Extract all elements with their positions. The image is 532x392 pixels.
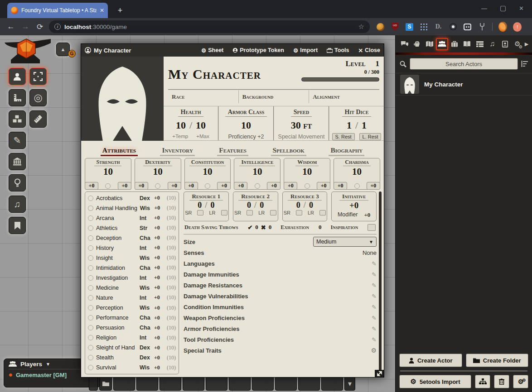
long-rest-checkbox[interactable] [270,210,276,215]
url-bar[interactable]: i localhost:30000/game ☆ [49,20,370,33]
bookmark-star-icon[interactable]: ☆ [358,23,364,31]
edit-icon[interactable]: ✎ [372,325,377,332]
sidebar-tab-compendium[interactable] [499,38,511,50]
sidebar-tab-settings[interactable]: ⚙⚙ [511,38,523,50]
skill-row[interactable]: Performance Cha +0 (10) [88,313,176,323]
initiative-modifier-value[interactable]: +0 [364,211,370,219]
exhaustion-value[interactable]: 0 [319,224,322,231]
import-button[interactable]: ⚙Import [293,47,318,54]
hd-current[interactable]: 1 [347,120,352,131]
size-select[interactable]: Medium ▼ [313,237,377,247]
skill-row[interactable]: Investigation Int +0 (10) [88,273,176,282]
resource-label[interactable]: Resource 3 [288,193,322,201]
ac-value[interactable]: 10 [241,120,251,131]
ability-block[interactable]: Wisdom 10 +0 +0 [284,158,330,190]
skill-proficiency-radio[interactable] [88,315,93,320]
skill-row[interactable]: Animal Handling Wis +0 (10) [88,203,176,213]
actor-list-item[interactable]: My Character [396,73,532,96]
back-icon[interactable]: ← [4,22,18,31]
hotbar-slot[interactable] [252,376,274,391]
hotbar-slot[interactable] [321,376,343,391]
skill-row[interactable]: Sleight of Hand Dex +0 (10) [88,343,176,353]
short-rest-checkbox[interactable] [247,210,253,215]
special-movement-button[interactable]: Special Movement [278,134,325,140]
skill-proficiency-radio[interactable] [88,355,93,360]
skill-proficiency-radio[interactable] [88,206,93,211]
edit-icon[interactable]: ✎ [372,260,377,267]
short-rest-button[interactable]: S. Rest [332,133,355,140]
token-controls-button[interactable] [9,68,26,85]
skill-proficiency-radio[interactable] [88,295,93,301]
new-tab-button[interactable]: + [114,5,126,16]
sidebar-tab-actors[interactable] [436,38,448,50]
window-maximize-icon[interactable]: ▢ [500,4,506,12]
resource-max[interactable]: 0 [309,201,313,210]
hp-tempmax-field[interactable]: +Max [196,134,209,139]
ability-proficiency-radio[interactable] [255,183,260,189]
speed-value[interactable]: 30 ft [291,120,312,131]
browser-update-icon[interactable]: ↑ [513,23,522,31]
edit-icon[interactable]: ✎ [372,336,377,343]
hotbar-slot[interactable] [298,376,320,391]
sort-folders-icon[interactable] [521,61,528,67]
long-rest-checkbox[interactable] [319,210,326,215]
tuning-fork-extension-icon[interactable] [478,23,486,31]
macro-folder-button[interactable] [99,376,112,391]
ability-block[interactable]: Charisma 10 +0 +0 [334,158,380,190]
gear-icon[interactable]: ⚙ [371,347,377,354]
death-fail-icon[interactable]: ✖ [261,224,266,231]
site-info-icon[interactable]: i [54,24,61,30]
camera-extension-icon[interactable] [449,23,457,31]
resource-value[interactable]: 0 [296,201,300,210]
delete-button[interactable] [494,375,509,388]
sidebar-tab-items[interactable] [449,38,461,50]
skill-row[interactable]: Perception Wis +0 (10) [88,303,176,313]
ability-proficiency-radio[interactable] [105,183,111,189]
xp-value[interactable]: 0 / 300 [364,69,379,76]
tab-close-icon[interactable]: ✕ [100,7,104,14]
skill-proficiency-radio[interactable] [88,365,93,370]
note-controls-button[interactable] [9,217,26,234]
skill-row[interactable]: Medicine Wis +0 (10) [88,283,176,292]
long-rest-button[interactable]: L. Rest [359,133,382,140]
inspiration-checkbox[interactable] [368,224,376,231]
skill-row[interactable]: Religion Int +0 (10) [88,333,176,343]
sidebar-tab-journal[interactable] [461,38,473,50]
sheet-config-button[interactable]: ⚙Sheet [201,47,223,54]
ability-score[interactable]: 10 [103,166,113,177]
resource-value[interactable]: 0 [198,201,202,210]
ability-proficiency-radio[interactable] [155,183,160,189]
level-value[interactable]: 1 [376,59,380,68]
ability-score[interactable]: 10 [302,166,312,177]
sheet-scrollbar[interactable] [379,191,382,373]
ability-proficiency-radio[interactable] [305,183,310,189]
skill-proficiency-radio[interactable] [88,325,93,330]
hotbar-page-down-button[interactable]: ▾ [344,376,355,391]
sidebar-tab-playlists[interactable]: ♫ [486,38,498,50]
skill-row[interactable]: Nature Int +0 (10) [88,293,176,302]
skill-proficiency-radio[interactable] [88,265,93,271]
ability-block[interactable]: Constitution 10 +0 +0 [184,158,231,190]
5etools-import-button[interactable]: ⚙ 5etools Import [399,375,471,388]
tile-controls-button[interactable] [9,110,26,128]
skill-proficiency-radio[interactable] [88,245,93,251]
skill-proficiency-radio[interactable] [88,345,93,350]
skill-proficiency-radio[interactable] [88,335,93,340]
sidebar-tab-combat[interactable] [411,38,423,50]
profile-avatar[interactable] [498,23,507,31]
skill-row[interactable]: Persuasion Cha +0 (10) [88,323,176,333]
hotbar-slot[interactable] [229,376,251,391]
skill-proficiency-radio[interactable] [88,196,93,201]
skill-row[interactable]: Arcana Int +0 (10) [88,213,176,223]
window-close-icon[interactable]: ✕ [519,5,524,12]
search-actors-input[interactable] [410,58,518,70]
hotbar-slot[interactable] [89,376,98,391]
sheet-tab[interactable]: Spellbook [271,146,306,156]
death-success-icon[interactable]: ✔ [247,224,252,231]
sidebar-collapse-button[interactable]: ▶ [524,38,529,50]
browser-tab[interactable]: Foundry Virtual Tabletop • A Stan ✕ [7,3,108,18]
race-field[interactable]: Race [168,90,238,103]
death-success-count[interactable]: 0 [255,224,258,231]
lighting-controls-button[interactable] [9,174,26,191]
edit-icon[interactable]: ✎ [372,282,377,289]
